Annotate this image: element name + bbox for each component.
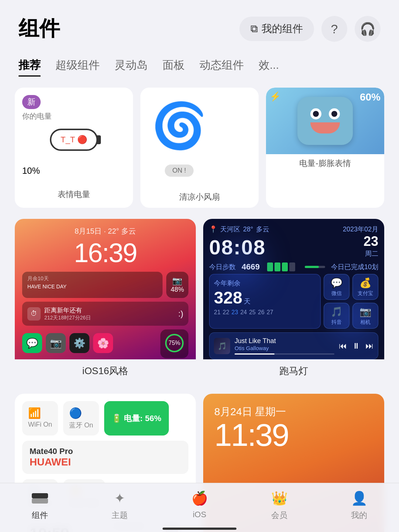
my-widgets-button[interactable]: ⧉ 我的组件	[239, 17, 314, 41]
ios16-date: 8月15日 · 22° 多云	[22, 226, 188, 236]
nav-item-ios[interactable]: 🍎 iOS	[160, 489, 239, 521]
ios16-apps: 💬 📷 ⚙️ 🌸	[22, 333, 113, 359]
marquee-today-done: 今日已完成10划	[331, 262, 378, 271]
prev-icon[interactable]: ⏮	[339, 341, 347, 351]
photos-icon: 🌸	[93, 333, 113, 353]
widgets-nav-icon	[29, 489, 51, 508]
savings-val: 328	[214, 288, 242, 308]
marquee-location: 天河区	[220, 225, 240, 234]
widget-grid: 新 你的电量 T_T 🔴 10% 表情电量	[0, 80, 399, 532]
hw-bt-card: 🔵 蓝牙 On	[63, 401, 99, 436]
battery-face: T_T 🔴	[50, 129, 98, 151]
widget-emotion-battery-content: 新 你的电量 T_T 🔴 10%	[15, 88, 133, 185]
tab-dynamic[interactable]: 动态组件	[200, 54, 244, 77]
fan-container: 🌀 ON !	[148, 95, 211, 180]
header-right: ⧉ 我的组件 ? 🎧	[239, 16, 381, 42]
battery-mouth	[310, 122, 340, 133]
tab-recommended[interactable]: 推荐	[18, 54, 41, 77]
widget-label: 电量-膨胀表情	[299, 154, 351, 174]
nav-item-widgets[interactable]: 组件	[0, 489, 80, 521]
music-controls[interactable]: ⏮ ⏸ ⏭	[339, 341, 374, 351]
battery-pct: 电量: 56%	[124, 413, 161, 424]
widget-ios16[interactable]: 8月15日 · 22° 多云 16:39 月余10天 HAVE NICE DAY…	[15, 219, 196, 383]
ios16-countdown-days: 212天18时27分26日	[44, 315, 91, 321]
large-widgets-row-1: 8月15日 · 22° 多云 16:39 月余10天 HAVE NICE DAY…	[15, 219, 384, 383]
music-title: Just Like That	[235, 337, 334, 345]
widget-label: iOS16风格	[15, 359, 196, 383]
ios-nav-label: iOS	[193, 510, 207, 519]
battery-face-big	[297, 97, 353, 145]
marquee-year: 2023年02月	[343, 225, 378, 234]
savings-unit: 天	[244, 297, 250, 306]
music-artwork: 🎵	[214, 338, 230, 354]
widget-emotion-battery[interactable]: 新 你的电量 T_T 🔴 10% 表情电量	[15, 88, 133, 208]
widget-fan-content: 🌀 ON !	[140, 88, 259, 188]
wifi-label: WiFi On	[28, 421, 52, 428]
themes-nav-label: 主题	[112, 510, 128, 521]
hw-row-1: 📶 WiFi On 🔵 蓝牙 On 🔋 电量: 56%	[22, 401, 188, 436]
tab-dynamic-island[interactable]: 灵动岛	[115, 54, 148, 77]
nav-item-themes[interactable]: ✦ 主题	[80, 489, 160, 521]
small-widgets-row: 新 你的电量 T_T 🔴 10% 表情电量	[15, 88, 384, 208]
marquee-visual: 📍 天河区 28° 多云 08:08 2023年02月 23 周二	[203, 219, 384, 359]
content-area: 新 你的电量 T_T 🔴 10% 表情电量	[0, 80, 399, 532]
my-widgets-label: 我的组件	[262, 22, 303, 36]
hw-wifi-card: 📶 WiFi On	[22, 401, 58, 436]
bluetooth-icon: 🔵	[69, 407, 82, 419]
vip-nav-label: 会员	[271, 510, 287, 521]
battery-ring-val: 75%	[168, 340, 180, 346]
new-badge: 新	[22, 95, 41, 109]
next-icon[interactable]: ⏭	[365, 341, 374, 351]
fan-on-badge: ON !	[165, 165, 193, 177]
help-button[interactable]: ?	[321, 16, 347, 42]
play-icon[interactable]: ⏸	[352, 341, 360, 351]
battery-face-emoji: T_T 🔴	[61, 135, 87, 145]
widget-marquee[interactable]: 📍 天河区 28° 多云 08:08 2023年02月 23 周二	[203, 219, 384, 383]
battery-inflate-visual: ⚡ 60%	[266, 88, 384, 154]
tab-bar: 推荐 超级组件 灵动岛 面板 动态组件 效...	[0, 50, 399, 80]
mine-nav-label: 我的	[351, 510, 367, 521]
bottom-navigation: 组件 ✦ 主题 🍎 iOS 👑 会员 👤 我的	[0, 483, 399, 532]
camera-app-icon: 📷	[46, 333, 66, 353]
widget-label: 跑马灯	[203, 359, 384, 383]
ios16-month-left: 月余10天	[27, 275, 157, 282]
marquee-temp: 28°	[243, 226, 253, 233]
ios16-countdown-title: 距离新年还有	[44, 306, 91, 315]
battery-ring: 75%	[165, 334, 184, 352]
tab-super[interactable]: 超级组件	[55, 54, 100, 77]
ios16-visual: 8月15日 · 22° 多云 16:39 月余10天 HAVE NICE DAY…	[15, 219, 196, 359]
layers-icon: ⧉	[250, 23, 258, 35]
widget-subtitle: 你的电量	[22, 111, 52, 121]
music-artist: Otis Galloway	[235, 345, 334, 351]
battery-icon: 🔋	[112, 414, 122, 423]
widget-fan[interactable]: 🌀 ON ! 清凉小风扇	[140, 88, 259, 208]
headset-icon: 🎧	[360, 21, 375, 36]
tab-more[interactable]: 效...	[259, 54, 279, 77]
ios-nav-icon: 🍎	[188, 489, 211, 508]
widget-label: 清凉小风扇	[179, 188, 220, 208]
mine-nav-icon: 👤	[348, 489, 370, 508]
nav-item-vip[interactable]: 👑 会员	[239, 489, 319, 521]
ios-time: 11:39	[214, 419, 373, 451]
tab-panel[interactable]: 面板	[163, 54, 185, 77]
wifi-icon: 📶	[28, 407, 41, 419]
hw-battery-card: 🔋 电量: 56%	[104, 401, 168, 436]
widget-inflate-battery[interactable]: ⚡ 60% 电量-膨胀表情	[266, 88, 384, 208]
marquee-day: 23	[343, 234, 378, 249]
fan-icon: 🌀	[151, 99, 207, 152]
wechat-icon: 💬	[22, 333, 42, 353]
settings-icon: ⚙️	[69, 333, 89, 353]
widgets-nav-label: 组件	[32, 510, 48, 521]
nav-item-mine[interactable]: 👤 我的	[319, 489, 399, 521]
ios16-camera-pct: 48%	[171, 286, 184, 294]
wechat-marquee-icon[interactable]: 💬 微信	[324, 274, 349, 300]
page-title: 组件	[18, 15, 60, 43]
header: 组件 ⧉ 我的组件 ? 🎧	[0, 0, 399, 50]
alipay-marquee-icon[interactable]: 💰 支付宝	[352, 274, 378, 300]
ios16-time: 16:39	[22, 238, 188, 268]
hw-device-card: Mate40 Pro HUAWEI	[22, 441, 188, 474]
battery-value: 10%	[22, 158, 40, 177]
ios16-battery-card: 75%	[160, 329, 188, 358]
charge-icon: ⚡	[270, 91, 281, 102]
headset-button[interactable]: 🎧	[355, 16, 381, 42]
